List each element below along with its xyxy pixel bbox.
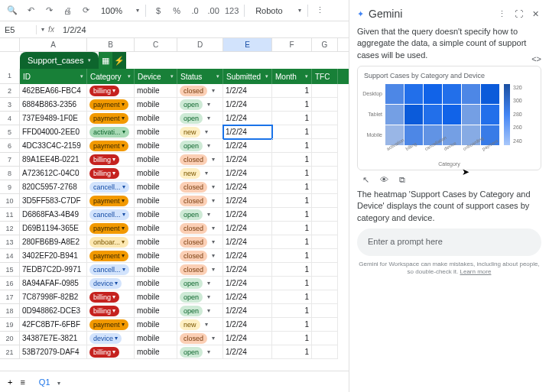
cell-status[interactable]: open▾	[177, 98, 223, 112]
cell-month[interactable]: 1	[272, 180, 312, 194]
add-sheet-icon[interactable]: +	[8, 377, 12, 387]
col-f[interactable]: F	[272, 38, 312, 51]
cell-submitted[interactable]: 1/2/24	[223, 139, 272, 153]
cell-category[interactable]: payment▾	[87, 194, 135, 208]
cell-id[interactable]: 7EDB7C2D-9971	[20, 263, 87, 277]
prompt-input[interactable]: Enter a prompt here	[357, 228, 541, 255]
row-header[interactable]: 5	[0, 125, 20, 139]
cell-month[interactable]: 1	[272, 332, 312, 345]
cell-month[interactable]: 1	[272, 345, 312, 359]
row-header[interactable]: 10	[0, 194, 20, 208]
increase-decimal-icon[interactable]: .00	[207, 5, 219, 17]
row-header[interactable]: 8	[0, 167, 20, 180]
cell-category[interactable]: cancell...▾	[87, 263, 135, 277]
cell-status[interactable]: new▾	[177, 167, 223, 180]
learn-more-link[interactable]: Learn more	[460, 268, 492, 275]
formula-value[interactable]: 1/2/24	[58, 25, 91, 34]
cell-submitted[interactable]: 1/2/24	[223, 263, 272, 277]
cell-id[interactable]: 3402EF20-B941	[20, 249, 87, 263]
row-header[interactable]: 19	[0, 318, 20, 332]
cell-submitted[interactable]: 1/2/24	[223, 345, 272, 359]
header-submitted[interactable]: Submitted▾	[223, 69, 272, 84]
cell-status[interactable]: new▾	[177, 125, 223, 139]
cell-tfc[interactable]	[312, 98, 338, 112]
row-header[interactable]: 7	[0, 153, 20, 167]
col-d[interactable]: D	[177, 38, 223, 51]
cell-category[interactable]: payment▾	[87, 318, 135, 332]
header-device[interactable]: Device▾	[135, 69, 177, 84]
cell-month[interactable]: 1	[272, 84, 312, 98]
cell-tfc[interactable]	[312, 290, 338, 304]
cell-month[interactable]: 1	[272, 125, 312, 139]
row-header[interactable]: 21	[0, 345, 20, 359]
cell-status[interactable]: new▾	[177, 318, 223, 332]
cell-status[interactable]: open▾	[177, 304, 223, 318]
cell-id[interactable]: FFD04000-2EE0	[20, 125, 87, 139]
cell-month[interactable]: 1	[272, 277, 312, 290]
row-header[interactable]: 3	[0, 98, 20, 112]
chip-dropdown-icon[interactable]: ▾	[88, 57, 91, 63]
row-header[interactable]: 12	[0, 222, 20, 235]
cell-tfc[interactable]	[312, 84, 338, 98]
row-header[interactable]: 13	[0, 235, 20, 249]
cell-submitted[interactable]: 1/2/24	[223, 153, 272, 167]
cell-status[interactable]: open▾	[177, 139, 223, 153]
format-123-icon[interactable]: 123	[226, 5, 238, 17]
header-id[interactable]: ID▾	[20, 69, 87, 84]
cell-status[interactable]: closed▾	[177, 194, 223, 208]
cell-tfc[interactable]	[312, 139, 338, 153]
cell-device[interactable]: mobile	[135, 304, 177, 318]
name-box[interactable]: E5	[0, 25, 37, 34]
cell-category[interactable]: onboar...▾	[87, 235, 135, 249]
cell-id[interactable]: A723612C-04C0	[20, 167, 87, 180]
row-header[interactable]: 14	[0, 249, 20, 263]
cell-device[interactable]: mobile	[135, 112, 177, 125]
cell-category[interactable]: billing▾	[87, 84, 135, 98]
paint-format-icon[interactable]: ⟳	[80, 5, 92, 17]
cell-tfc[interactable]	[312, 345, 338, 359]
zoom-dropdown-icon[interactable]: ▾	[132, 7, 139, 14]
cell-submitted[interactable]: 1/2/24	[223, 277, 272, 290]
cell-device[interactable]: mobile	[135, 277, 177, 290]
cell-device[interactable]: mobile	[135, 180, 177, 194]
sheet-tab-q1[interactable]: Q1 ▾	[33, 376, 67, 388]
cell-status[interactable]: closed▾	[177, 235, 223, 249]
cell-category[interactable]: activati...▾	[87, 125, 135, 139]
cell-month[interactable]: 1	[272, 208, 312, 222]
cell-status[interactable]: open▾	[177, 277, 223, 290]
cell-device[interactable]: mobile	[135, 125, 177, 139]
cell-submitted[interactable]: 1/2/24	[223, 249, 272, 263]
cell-submitted[interactable]: 1/2/24	[223, 235, 272, 249]
cell-month[interactable]: 1	[272, 263, 312, 277]
row-header[interactable]: 18	[0, 304, 20, 318]
cell-tfc[interactable]	[312, 304, 338, 318]
cell-tfc[interactable]	[312, 180, 338, 194]
cell-device[interactable]: mobile	[135, 167, 177, 180]
cell-device[interactable]: mobile	[135, 84, 177, 98]
cell-device[interactable]: mobile	[135, 153, 177, 167]
cell-status[interactable]: closed▾	[177, 249, 223, 263]
row-header[interactable]: 2	[0, 84, 20, 98]
cell-category[interactable]: billing▾	[87, 345, 135, 359]
more-icon[interactable]: ⋮	[314, 5, 326, 17]
cell-month[interactable]: 1	[272, 112, 312, 125]
cell-id[interactable]: 280FB6B9-A8E2	[20, 235, 87, 249]
cell-tfc[interactable]	[312, 222, 338, 235]
grid-icon[interactable]: ▦	[99, 52, 112, 69]
row-header[interactable]: 11	[0, 208, 20, 222]
header-tfc[interactable]: TFC	[312, 69, 338, 84]
cell-device[interactable]: mobile	[135, 235, 177, 249]
cell-tfc[interactable]	[312, 249, 338, 263]
col-c[interactable]: C	[135, 38, 177, 51]
panel-expand-icon[interactable]: ⛶	[512, 8, 525, 20]
row-header[interactable]: 4	[0, 112, 20, 125]
cell-submitted[interactable]: 1/2/24	[223, 318, 272, 332]
cell-id[interactable]: 737E9489-1F0E	[20, 112, 87, 125]
cell-status[interactable]: closed▾	[177, 222, 223, 235]
cell-month[interactable]: 1	[272, 222, 312, 235]
cell-device[interactable]: mobile	[135, 98, 177, 112]
cell-category[interactable]: billing▾	[87, 304, 135, 318]
cell-device[interactable]: mobile	[135, 345, 177, 359]
cell-device[interactable]: mobile	[135, 222, 177, 235]
cell-id[interactable]: 8A94AFAF-0985	[20, 277, 87, 290]
